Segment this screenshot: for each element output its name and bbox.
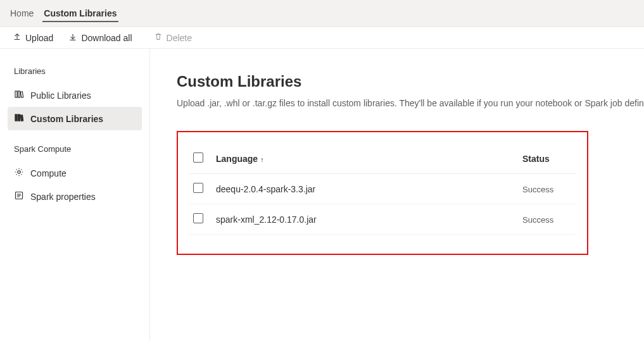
- libraries-table: Language↑ Status deequ-2.0.4-spark-3.3.j…: [189, 147, 576, 235]
- main-content: Custom Libraries Upload .jar, .whl or .t…: [150, 49, 644, 341]
- library-name: spark-xml_2.12-0.17.0.jar: [216, 214, 317, 225]
- sidebar: Libraries Public Libraries Custom Librar…: [0, 49, 150, 341]
- table-row[interactable]: spark-xml_2.12-0.17.0.jar Success: [189, 204, 576, 235]
- checkbox-icon[interactable]: [193, 213, 203, 223]
- download-all-label: Download all: [81, 33, 132, 43]
- sidebar-item-custom-libraries[interactable]: Custom Libraries: [8, 107, 142, 130]
- sidebar-section-libraries: Libraries: [8, 64, 142, 84]
- tab-home[interactable]: Home: [5, 0, 39, 27]
- svg-rect-0: [15, 91, 17, 97]
- download-icon: [68, 32, 77, 43]
- layout: Libraries Public Libraries Custom Librar…: [0, 49, 644, 341]
- upload-label: Upload: [25, 33, 53, 43]
- properties-icon: [14, 190, 24, 202]
- delete-button[interactable]: Delete: [149, 30, 197, 46]
- sidebar-item-label: Spark properties: [30, 192, 96, 202]
- table-row[interactable]: deequ-2.0.4-spark-3.3.jar Success: [189, 174, 576, 204]
- page-description: Upload .jar, .whl or .tar.gz files to in…: [177, 98, 644, 108]
- sort-asc-icon: ↑: [260, 156, 264, 163]
- table-header-row: Language↑ Status: [189, 147, 576, 174]
- svg-point-6: [18, 171, 20, 173]
- svg-rect-3: [15, 115, 17, 121]
- svg-rect-5: [20, 115, 23, 121]
- tabs-bar: Home Custom Libraries: [0, 0, 644, 27]
- library-name: deequ-2.0.4-spark-3.3.jar: [216, 184, 315, 194]
- sidebar-item-label: Public Libraries: [30, 90, 91, 101]
- download-all-button[interactable]: Download all: [63, 30, 137, 46]
- page-title: Custom Libraries: [177, 73, 644, 90]
- status-column-header[interactable]: Status: [519, 147, 576, 174]
- library-icon: [14, 89, 24, 101]
- sidebar-item-public-libraries[interactable]: Public Libraries: [8, 84, 142, 107]
- checkbox-icon[interactable]: [193, 183, 203, 193]
- tab-custom-libraries[interactable]: Custom Libraries: [39, 0, 122, 27]
- libraries-table-highlight: Language↑ Status deequ-2.0.4-spark-3.3.j…: [177, 131, 588, 255]
- language-column-header[interactable]: Language↑: [212, 147, 519, 174]
- library-custom-icon: [14, 113, 24, 125]
- status-header-label: Status: [522, 154, 550, 164]
- language-header-label: Language: [216, 154, 258, 164]
- sidebar-section-spark-compute: Spark Compute: [8, 142, 142, 161]
- select-all-header[interactable]: [189, 147, 212, 174]
- status-badge: Success: [522, 215, 553, 225]
- tab-custom-libraries-label: Custom Libraries: [44, 8, 117, 18]
- checkbox-icon: [193, 152, 203, 163]
- svg-rect-4: [18, 115, 20, 121]
- svg-rect-2: [20, 92, 23, 97]
- upload-button[interactable]: Upload: [8, 30, 58, 46]
- status-badge: Success: [522, 185, 553, 194]
- trash-icon: [154, 32, 163, 43]
- sidebar-item-label: Compute: [30, 168, 66, 178]
- sidebar-item-spark-properties[interactable]: Spark properties: [8, 185, 142, 208]
- upload-icon: [13, 32, 22, 43]
- delete-label: Delete: [167, 33, 192, 43]
- gear-icon: [14, 167, 24, 179]
- svg-rect-1: [18, 91, 20, 97]
- sidebar-item-label: Custom Libraries: [30, 114, 103, 124]
- sidebar-item-compute[interactable]: Compute: [8, 161, 142, 185]
- tab-home-label: Home: [10, 8, 34, 18]
- toolbar: Upload Download all Delete: [0, 27, 644, 49]
